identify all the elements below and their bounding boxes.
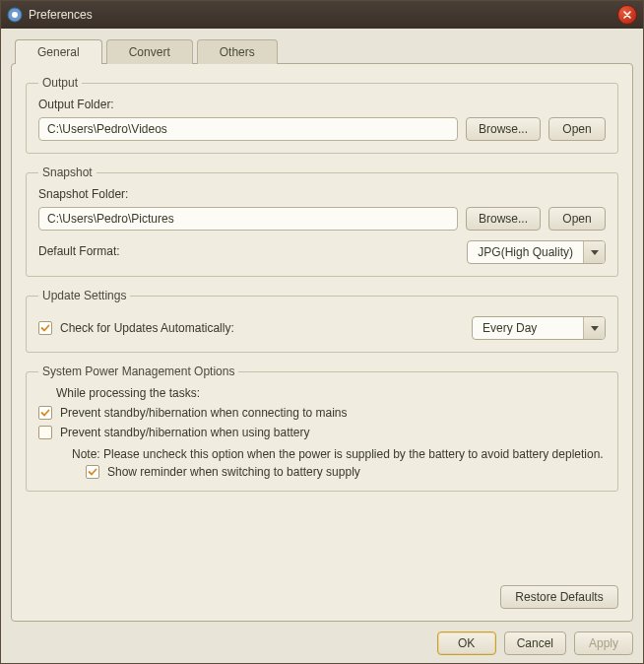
restore-defaults-button[interactable]: Restore Defaults (500, 585, 618, 609)
check-updates-checkbox[interactable] (38, 321, 52, 335)
client-area: General Convert Others Output Output Fol… (1, 29, 643, 663)
preferences-window: Preferences General Convert Others Outpu… (0, 0, 644, 664)
apply-button[interactable]: Apply (574, 631, 633, 655)
show-reminder-checkbox[interactable] (86, 465, 99, 479)
prevent-battery-checkbox[interactable] (38, 426, 52, 439)
tab-panel-general: Output Output Folder: Browse... Open Sna… (11, 63, 633, 622)
tab-strip: General Convert Others (15, 38, 633, 63)
group-output-legend: Output (38, 76, 82, 90)
power-note: Note: Please uncheck this option when th… (72, 447, 606, 461)
snapshot-browse-button[interactable]: Browse... (466, 207, 541, 231)
tab-general[interactable]: General (15, 39, 102, 64)
svg-point-1 (12, 12, 18, 18)
prevent-mains-label: Prevent standby/hibernation when connect… (60, 406, 348, 420)
group-output: Output Output Folder: Browse... Open (26, 76, 618, 154)
default-format-label: Default Format: (38, 244, 120, 258)
snapshot-folder-input[interactable] (38, 207, 458, 231)
output-folder-input[interactable] (38, 117, 458, 141)
snapshot-folder-label: Snapshot Folder: (38, 187, 606, 201)
snapshot-open-button[interactable]: Open (548, 207, 606, 231)
cancel-button[interactable]: Cancel (504, 631, 566, 655)
window-title: Preferences (29, 8, 617, 22)
output-folder-label: Output Folder: (38, 98, 606, 111)
update-frequency-dropdown-button[interactable] (583, 317, 605, 339)
update-frequency-value: Every Day (473, 321, 583, 335)
group-updates-legend: Update Settings (38, 289, 130, 302)
app-icon (7, 7, 23, 23)
ok-button[interactable]: OK (437, 631, 496, 655)
chevron-down-icon (591, 250, 599, 255)
checkmark-icon (40, 323, 50, 333)
update-frequency-select[interactable]: Every Day (472, 316, 606, 340)
prevent-battery-label: Prevent standby/hibernation when using b… (60, 426, 310, 439)
group-updates: Update Settings Check for Updates Automa… (26, 289, 618, 353)
default-format-value: JPG(High Quality) (468, 245, 583, 259)
show-reminder-label: Show reminder when switching to battery … (107, 465, 360, 479)
default-format-select[interactable]: JPG(High Quality) (467, 240, 606, 264)
group-power: System Power Management Options While pr… (26, 365, 618, 492)
default-format-dropdown-button[interactable] (583, 241, 605, 263)
close-button[interactable] (617, 5, 637, 25)
chevron-down-icon (591, 326, 599, 331)
output-browse-button[interactable]: Browse... (466, 117, 541, 141)
dialog-buttons: OK Cancel Apply (11, 622, 633, 655)
group-snapshot-legend: Snapshot (38, 166, 97, 179)
group-snapshot: Snapshot Snapshot Folder: Browse... Open… (26, 166, 618, 277)
group-power-legend: System Power Management Options (38, 365, 238, 378)
checkmark-icon (40, 408, 50, 418)
prevent-mains-checkbox[interactable] (38, 406, 52, 420)
close-icon (622, 10, 632, 20)
tab-others[interactable]: Others (197, 39, 278, 64)
check-updates-label: Check for Updates Automatically: (60, 321, 234, 335)
tab-convert[interactable]: Convert (106, 39, 193, 64)
checkmark-icon (88, 467, 97, 477)
while-processing-label: While processing the tasks: (56, 386, 606, 400)
output-open-button[interactable]: Open (548, 117, 606, 141)
titlebar: Preferences (1, 1, 643, 29)
